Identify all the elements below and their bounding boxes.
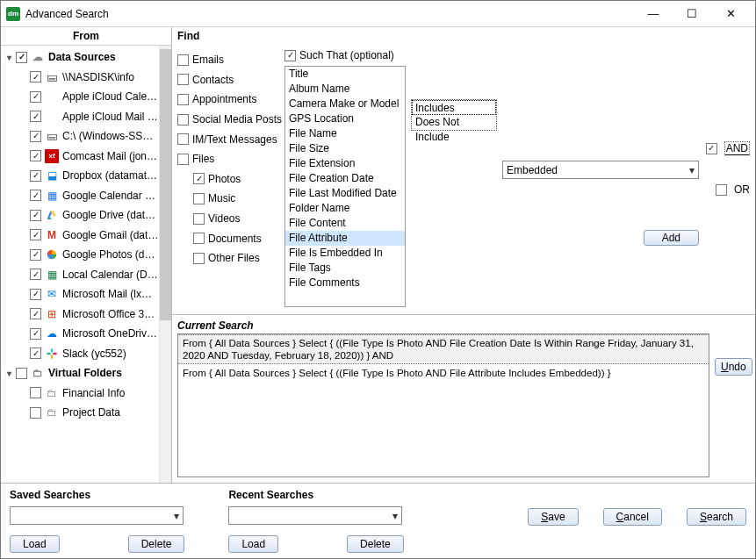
type-checkbox[interactable]: [193, 253, 205, 264]
type-row[interactable]: Files: [177, 149, 279, 169]
type-checkbox[interactable]: [177, 94, 189, 105]
tree-scrollbar[interactable]: [159, 46, 171, 483]
close-button[interactable]: ✕: [711, 2, 750, 26]
such-that-checkbox[interactable]: [284, 50, 296, 61]
tree-item[interactable]: ⊞Microsoft Office 3…: [1, 305, 159, 325]
tree-item[interactable]: ▦Local Calendar (D…: [1, 265, 159, 285]
undo-button[interactable]: Undo: [715, 358, 752, 376]
expand-toggle-icon[interactable]: [4, 369, 14, 378]
attribute-item[interactable]: Camera Make or Model: [285, 97, 405, 111]
maximize-button[interactable]: ☐: [673, 2, 711, 26]
tree-checkbox[interactable]: [30, 71, 41, 82]
tree-item[interactable]: Google Photos (da…: [1, 245, 159, 265]
tree-item[interactable]: ✉Microsoft Mail (lxm…: [1, 284, 159, 305]
type-row[interactable]: Documents: [177, 228, 279, 248]
save-button[interactable]: Save: [528, 508, 578, 526]
condition-item[interactable]: Does Not Include: [412, 115, 496, 130]
type-row[interactable]: Contacts: [177, 70, 279, 90]
tree-checkbox[interactable]: [30, 269, 41, 280]
tree-item[interactable]: ⬓Dropbox (datamat…: [1, 166, 159, 186]
expand-toggle-icon[interactable]: [4, 53, 14, 62]
tree-checkbox[interactable]: [30, 249, 41, 261]
tree-checkbox[interactable]: [30, 308, 41, 319]
tree-item[interactable]: 🗀Project Data: [1, 403, 159, 423]
type-row[interactable]: Other Files: [177, 248, 279, 269]
type-row[interactable]: Videos: [177, 209, 279, 229]
type-checkbox[interactable]: [177, 74, 189, 85]
tree-checkbox[interactable]: [30, 170, 41, 182]
type-checkbox[interactable]: [193, 173, 205, 184]
saved-searches-dropdown[interactable]: [10, 506, 184, 525]
data-source-tree[interactable]: ☁Data Sources🖴\\NASDISK\infoApple iCloud…: [1, 46, 171, 423]
tree-checkbox[interactable]: [30, 111, 41, 122]
tree-item[interactable]: 🖴C:\ (Windows-SSD…: [1, 126, 159, 147]
type-row[interactable]: Appointments: [177, 90, 279, 110]
type-checkbox[interactable]: [193, 213, 205, 225]
value-dropdown[interactable]: Embedded: [502, 161, 699, 179]
type-checkbox[interactable]: [193, 193, 205, 204]
tree-checkbox[interactable]: [30, 91, 41, 103]
attribute-item[interactable]: File Content: [285, 216, 405, 231]
recent-searches-dropdown[interactable]: [228, 506, 402, 525]
attribute-item[interactable]: File Last Modified Date: [285, 186, 405, 201]
condition-item[interactable]: Includes: [412, 100, 496, 115]
attribute-item[interactable]: File Creation Date: [285, 171, 405, 186]
tree-checkbox[interactable]: [30, 348, 41, 359]
attribute-item[interactable]: File Extension: [285, 156, 405, 171]
cancel-button[interactable]: Cancel: [603, 508, 662, 526]
type-checkbox[interactable]: [177, 54, 189, 66]
minimize-button[interactable]: —: [634, 2, 673, 26]
tree-checkbox[interactable]: [30, 407, 41, 419]
search-button[interactable]: Search: [687, 508, 746, 526]
tree-checkbox[interactable]: [30, 210, 41, 221]
type-checkbox[interactable]: [177, 133, 189, 145]
tree-checkbox[interactable]: [30, 328, 41, 340]
tree-group[interactable]: 🗀Virtual Folders: [1, 363, 159, 383]
tree-item[interactable]: Apple iCloud Calen…: [1, 87, 159, 107]
tree-item[interactable]: ▦Google Calendar (…: [1, 186, 159, 206]
attribute-item[interactable]: Album Name: [285, 82, 405, 97]
type-checkbox[interactable]: [193, 233, 205, 244]
tree-group[interactable]: ☁Data Sources: [1, 47, 159, 68]
attribute-item[interactable]: File Name: [285, 126, 405, 141]
attribute-item[interactable]: Title: [285, 67, 405, 82]
type-row[interactable]: Photos: [177, 169, 279, 190]
attribute-item[interactable]: Folder Name: [285, 201, 405, 216]
tree-checkbox[interactable]: [30, 150, 41, 161]
condition-list[interactable]: IncludesDoes Not Include: [411, 99, 497, 131]
type-checkbox[interactable]: [177, 154, 189, 165]
attribute-list[interactable]: TitleAlbum NameCamera Make or ModelGPS L…: [284, 66, 406, 307]
attribute-item[interactable]: File Is Embedded In: [285, 246, 405, 261]
recent-delete-button[interactable]: Delete: [347, 535, 404, 553]
saved-load-button[interactable]: Load: [10, 535, 60, 553]
attribute-item[interactable]: File Tags: [285, 261, 405, 276]
tree-checkbox[interactable]: [30, 131, 41, 142]
tree-checkbox[interactable]: [30, 289, 41, 300]
tree-checkbox[interactable]: [16, 52, 27, 63]
attribute-item[interactable]: File Attribute: [285, 231, 405, 246]
tree-item[interactable]: ☁Microsoft OneDriv…: [1, 324, 159, 344]
type-row[interactable]: IM/Text Messages: [177, 129, 279, 149]
saved-delete-button[interactable]: Delete: [128, 535, 185, 553]
attribute-item[interactable]: File Comments: [285, 276, 405, 290]
tree-item[interactable]: Slack (yc552): [1, 344, 159, 364]
tree-checkbox[interactable]: [30, 190, 41, 201]
current-search-row[interactable]: From { All Data Sources } Select { ((Fil…: [178, 334, 709, 364]
tree-checkbox[interactable]: [16, 368, 27, 379]
tree-item[interactable]: xfComcast Mail (jon…: [1, 147, 159, 167]
and-checkbox[interactable]: [706, 143, 717, 154]
attribute-item[interactable]: File Size: [285, 141, 405, 156]
tree-item[interactable]: 🖴\\NASDISK\info: [1, 68, 159, 88]
type-row[interactable]: Emails: [177, 50, 279, 70]
current-search-row[interactable]: From { All Data Sources } Select { ((Fil…: [178, 364, 709, 382]
recent-load-button[interactable]: Load: [228, 535, 278, 553]
scroll-thumb[interactable]: [160, 49, 171, 320]
tree-item[interactable]: 🗀Financial Info: [1, 383, 159, 404]
type-row[interactable]: Music: [177, 189, 279, 209]
or-checkbox[interactable]: [716, 184, 727, 196]
type-checkbox[interactable]: [177, 114, 189, 125]
tree-checkbox[interactable]: [30, 387, 41, 398]
add-button[interactable]: Add: [644, 230, 699, 246]
tree-item[interactable]: MGoogle Gmail (dat…: [1, 226, 159, 246]
tree-item[interactable]: Google Drive (dat…: [1, 205, 159, 226]
